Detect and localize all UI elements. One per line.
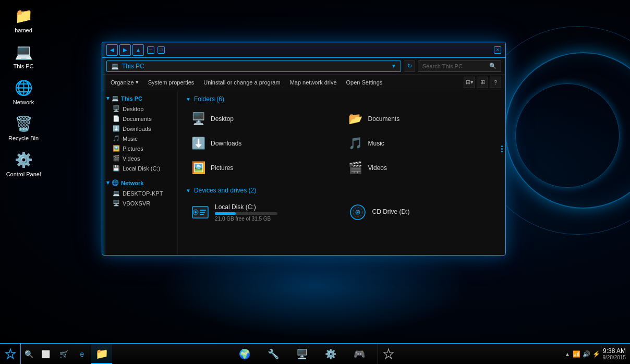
folder-videos[interactable]: 🎬 Videos xyxy=(343,157,498,179)
organize-dropdown-icon: ▾ xyxy=(136,79,139,86)
nav-pictures-label: Pictures xyxy=(123,145,143,152)
nav-desktop-kpt-label: DESKTOP-KPT xyxy=(123,190,163,197)
organize-button[interactable]: Organize ▾ xyxy=(106,77,143,88)
nav-item-vboxsvr[interactable]: 🖥️ VBOXSVR xyxy=(102,198,177,208)
taskbar-app-1[interactable]: 🌍 xyxy=(232,344,258,364)
help-button[interactable]: ? xyxy=(490,77,501,88)
view-options-button[interactable]: ⊞▾ xyxy=(464,77,475,88)
taskbar-app-5[interactable]: 🎮 xyxy=(346,344,372,364)
drive-c-bar-fill xyxy=(215,212,236,215)
network-label: Network xyxy=(13,99,34,105)
folder-desktop-icon: 🖥️ xyxy=(190,111,207,127)
taskbar-alienware-center[interactable] xyxy=(378,344,398,364)
svg-point-8 xyxy=(357,212,358,213)
folder-desktop[interactable]: 🖥️ Desktop xyxy=(186,108,341,130)
start-button[interactable] xyxy=(0,344,21,365)
address-pc-icon: 💻 xyxy=(111,63,119,70)
taskbar-search-button[interactable]: 🔍 xyxy=(21,344,37,365)
search-field[interactable]: Search This PC 🔍 xyxy=(418,60,501,72)
nav-back-button[interactable]: ◀ xyxy=(106,44,118,56)
tray-power-icon[interactable]: ⚡ xyxy=(592,350,600,358)
nav-item-local-disk[interactable]: 💾 Local Disk (C:) xyxy=(102,163,177,173)
folder-documents-icon: 📂 xyxy=(347,111,364,127)
folders-collapse-button[interactable]: ▼ xyxy=(186,96,191,102)
drives-collapse-button[interactable]: ▼ xyxy=(186,188,191,193)
open-settings-button[interactable]: Open Settings xyxy=(342,77,387,88)
nav-this-pc-header[interactable]: ▾ 💻 This PC xyxy=(102,93,177,104)
drive-cd-d[interactable]: CD Drive (D:) xyxy=(343,199,498,225)
folders-section-title: Folders (6) xyxy=(194,95,224,103)
map-network-button[interactable]: Map network drive xyxy=(286,77,341,88)
address-dropdown-icon[interactable]: ▼ xyxy=(391,63,396,69)
window-close-button[interactable]: ✕ xyxy=(494,46,501,54)
desktop-icon-network[interactable]: 🌐 Network xyxy=(5,77,42,105)
tray-icon-1[interactable]: ▲ xyxy=(565,351,571,357)
nav-item-desktop[interactable]: 🖥️ Desktop xyxy=(102,104,177,114)
system-tray-icons: ▲ 📶 🔊 ⚡ xyxy=(565,350,600,358)
nav-network-icon: 🌐 xyxy=(112,179,119,186)
refresh-button[interactable]: ↻ xyxy=(404,60,415,72)
recycle-bin-icon: 🗑️ xyxy=(13,113,34,134)
search-placeholder-text: Search This PC xyxy=(422,63,463,69)
desktop-icon-recycle-bin[interactable]: 🗑️ Recycle Bin xyxy=(5,113,42,141)
clock-time: 9:38 AM xyxy=(603,347,626,355)
taskbar-edge-button[interactable]: e xyxy=(73,344,91,365)
system-clock[interactable]: 9:38 AM 9/28/2015 xyxy=(603,347,626,360)
this-pc-icon: 💻 xyxy=(13,41,34,62)
desktop-icon-hamed[interactable]: 📁 hamed xyxy=(5,5,42,33)
toolbar: Organize ▾ System properties Uninstall o… xyxy=(102,75,505,90)
window-minimize-button[interactable]: ─ xyxy=(147,46,154,54)
nav-documents-label: Documents xyxy=(123,116,152,122)
folder-documents-name: Documents xyxy=(368,115,400,123)
nav-item-documents[interactable]: 📄 Documents xyxy=(102,114,177,124)
nav-videos-icon: 🎬 xyxy=(113,155,120,162)
folder-pictures[interactable]: 🖼️ Pictures xyxy=(186,157,341,179)
tray-wifi-icon[interactable]: 📶 xyxy=(573,350,580,358)
nav-local-disk-icon: 💾 xyxy=(113,165,120,172)
desktop-icon-this-pc[interactable]: 💻 This PC xyxy=(5,41,42,69)
nav-forward-button[interactable]: ▶ xyxy=(119,44,131,56)
view-controls: ⊞▾ ⊞ ? xyxy=(464,77,501,88)
alienware-center-icon xyxy=(382,348,395,360)
nav-item-desktop-kpt[interactable]: 💻 DESKTOP-KPT xyxy=(102,188,177,198)
content-pane: ▼ Folders (6) 🖥️ Desktop 📂 Documents ⬇️ … xyxy=(178,90,505,254)
nav-desktop-label: Desktop xyxy=(123,106,143,112)
tray-volume-icon[interactable]: 🔊 xyxy=(583,350,590,358)
taskbar-task-view-button[interactable]: ⬜ xyxy=(37,344,55,365)
drive-local-disk-c[interactable]: Local Disk (C:) 21.0 GB free of 31.5 GB xyxy=(186,199,341,225)
folder-downloads[interactable]: ⬇️ Downloads xyxy=(186,132,341,154)
nav-pictures-icon: 🖼️ xyxy=(113,145,120,152)
taskbar-app-2[interactable]: 🔧 xyxy=(260,344,286,364)
taskbar-app-4[interactable]: ⚙️ xyxy=(318,344,344,364)
nav-this-pc-label: This PC xyxy=(121,95,142,102)
view-large-icon-button[interactable]: ⊞ xyxy=(477,77,488,88)
uninstall-button[interactable]: Uninstall or change a program xyxy=(199,77,284,88)
nav-music-icon: 🎵 xyxy=(113,135,120,142)
nav-item-downloads[interactable]: ⬇️ Downloads xyxy=(102,124,177,134)
taskbar-store-button[interactable]: 🛒 xyxy=(55,344,73,365)
nav-videos-label: Videos xyxy=(123,155,140,162)
control-panel-label: Control Panel xyxy=(6,171,41,177)
nav-item-music[interactable]: 🎵 Music xyxy=(102,134,177,143)
drive-d-icon xyxy=(347,202,368,223)
drive-c-bar-bg xyxy=(215,212,277,215)
taskbar-app-3[interactable]: 🖥️ xyxy=(289,344,315,364)
taskbar-file-explorer-button[interactable]: 📁 xyxy=(91,344,112,364)
folder-music[interactable]: 🎵 Music xyxy=(343,132,498,154)
drives-section-title: Devices and drives (2) xyxy=(194,187,256,194)
system-properties-button[interactable]: System properties xyxy=(144,77,199,88)
nav-documents-icon: 📄 xyxy=(113,115,120,122)
svg-rect-4 xyxy=(200,212,205,213)
folder-documents[interactable]: 📂 Documents xyxy=(343,108,498,130)
address-field[interactable]: 💻 This PC ▼ xyxy=(106,60,401,72)
desktop-icon-control-panel[interactable]: ⚙️ Control Panel xyxy=(5,149,42,177)
nav-network-header[interactable]: ▾ 🌐 Network xyxy=(102,177,177,188)
taskbar: 🔍 ⬜ 🛒 e 📁 🌍 🔧 🖥️ ⚙️ 🎮 ▲ 📶 🔊 ⚡ xyxy=(0,343,630,364)
drive-c-space: 21.0 GB free of 31.5 GB xyxy=(215,216,336,222)
window-maximize-button[interactable]: □ xyxy=(158,46,165,54)
nav-up-button[interactable]: ▲ xyxy=(132,44,144,56)
nav-item-videos[interactable]: 🎬 Videos xyxy=(102,153,177,163)
nav-desktop-kpt-icon: 💻 xyxy=(113,190,120,197)
nav-network-label: Network xyxy=(121,180,143,186)
nav-item-pictures[interactable]: 🖼️ Pictures xyxy=(102,143,177,153)
